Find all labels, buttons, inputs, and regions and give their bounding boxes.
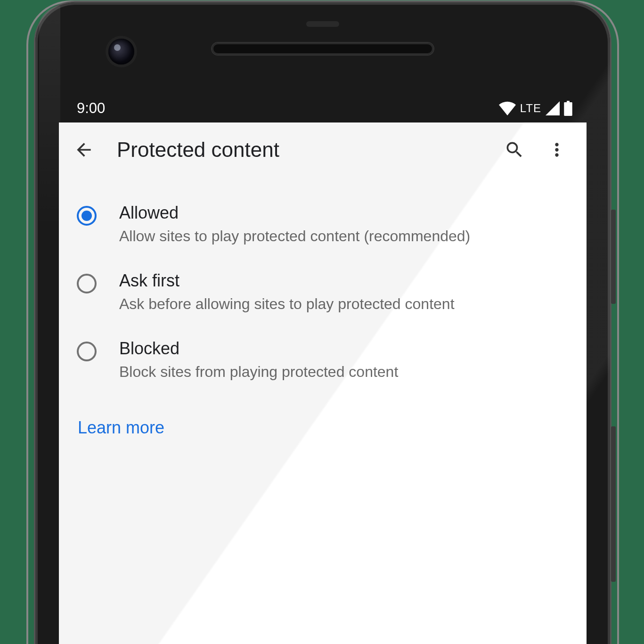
screen: Protected content Allowed Allow sites to…: [59, 122, 587, 644]
proximity-sensor: [306, 21, 339, 27]
option-ask-first[interactable]: Ask first Ask before allowing sites to p…: [59, 259, 587, 326]
wifi-icon: [498, 101, 516, 115]
network-label: LTE: [520, 102, 541, 115]
option-title: Ask first: [119, 270, 569, 292]
option-title: Allowed: [119, 202, 569, 224]
option-title: Blocked: [119, 338, 569, 360]
option-description: Allow sites to play protected content (r…: [119, 226, 569, 246]
options-list: Allowed Allow sites to play protected co…: [59, 177, 587, 394]
overflow-menu-button[interactable]: [545, 138, 569, 162]
status-icons: LTE: [498, 101, 572, 116]
front-camera: [108, 39, 134, 65]
radio-icon: [77, 342, 97, 361]
glass-reflection: [39, 6, 60, 228]
back-button[interactable]: [72, 138, 96, 162]
app-bar: Protected content: [59, 122, 587, 177]
learn-more-link[interactable]: Learn more: [59, 394, 183, 461]
cellular-signal-icon: [545, 101, 560, 115]
more-vert-icon: [546, 139, 567, 160]
option-allowed[interactable]: Allowed Allow sites to play protected co…: [59, 191, 587, 259]
page-title: Protected content: [117, 138, 503, 162]
arrow-left-icon: [73, 139, 94, 160]
option-description: Block sites from playing protected conte…: [119, 362, 569, 382]
option-blocked[interactable]: Blocked Block sites from playing protect…: [59, 326, 587, 394]
status-time: 9:00: [77, 100, 105, 117]
battery-icon: [564, 101, 572, 116]
radio-icon: [77, 206, 97, 226]
status-bar: 9:00 LTE: [59, 94, 587, 122]
radio-icon: [77, 274, 97, 293]
earpiece-speaker: [212, 43, 433, 55]
volume-rocker: [611, 426, 616, 582]
search-icon: [504, 139, 525, 160]
option-description: Ask before allowing sites to play protec…: [119, 294, 569, 314]
search-button[interactable]: [503, 138, 526, 162]
phone-frame: 9:00 LTE Protected content: [35, 2, 610, 644]
power-button: [611, 210, 616, 304]
